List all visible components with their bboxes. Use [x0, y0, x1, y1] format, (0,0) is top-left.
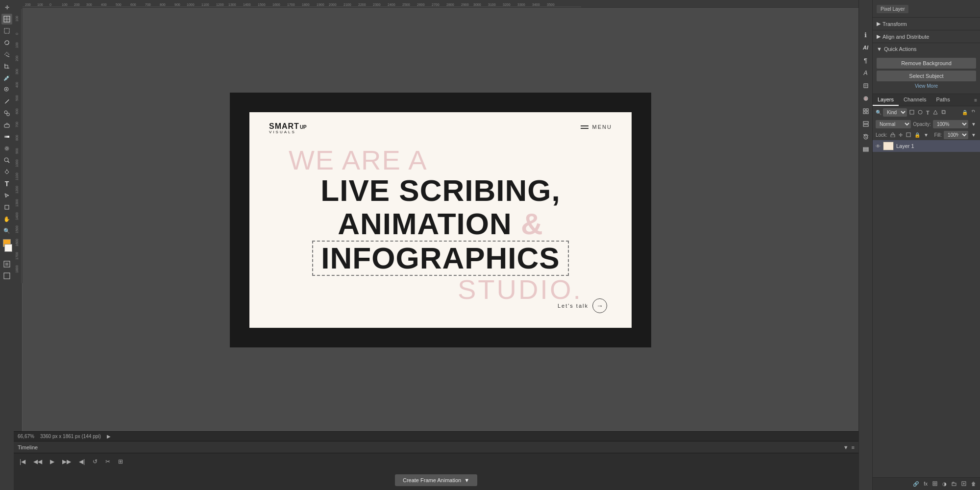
marquee-tool[interactable]: [1, 25, 12, 36]
info-icon[interactable]: ℹ: [860, 29, 871, 40]
view-more-link[interactable]: View More: [877, 83, 976, 89]
grid2-icon[interactable]: [860, 119, 871, 129]
hero-line2: LIVE SCRIBING,: [320, 174, 560, 207]
tab-channels[interactable]: Channels: [899, 94, 931, 106]
layers-lock-btn[interactable]: 🔒: [961, 109, 969, 116]
crop-tool[interactable]: [1, 61, 12, 72]
opacity-select[interactable]: 100%: [933, 120, 968, 128]
opacity-dropdown-btn[interactable]: ▼: [970, 121, 977, 127]
svg-text:1000: 1000: [15, 159, 19, 167]
add-mask-btn[interactable]: [931, 481, 938, 488]
add-style-btn[interactable]: fx: [923, 481, 929, 487]
smart-filter-btn[interactable]: [940, 109, 947, 116]
gradient-tool[interactable]: [1, 131, 12, 142]
ai-icon[interactable]: AI: [860, 42, 871, 53]
design-canvas: SMART UP VISUALS MENU: [249, 112, 632, 328]
tab-paths[interactable]: Paths: [931, 94, 955, 106]
svg-text:200: 200: [15, 55, 19, 61]
lock-position-btn[interactable]: ✛: [898, 132, 904, 139]
pixel-filter-btn[interactable]: [908, 109, 915, 116]
create-frame-btn[interactable]: Create Frame Animation ▼: [395, 474, 477, 486]
status-bar: 66,67% 3360 px x 1861 px (144 ppi) ▶: [14, 431, 858, 441]
new-layer-btn[interactable]: [960, 481, 967, 488]
timeline-convert-btn[interactable]: ⊞: [116, 457, 125, 466]
artboard-tool[interactable]: [1, 14, 12, 24]
screen-mode-btn[interactable]: [1, 270, 12, 281]
adjustment-filter-btn[interactable]: [917, 109, 924, 116]
character-icon[interactable]: A: [860, 68, 871, 78]
lets-talk: Let's talk →: [558, 298, 607, 313]
canvas-menu: MENU: [581, 124, 612, 130]
svg-text:2200: 2200: [358, 3, 366, 6]
layers-panel-menu-btn[interactable]: ≡: [971, 94, 980, 106]
delete-layer-btn[interactable]: 🗑: [970, 481, 977, 487]
timeline-start-btn[interactable]: |◀: [18, 457, 27, 466]
lasso-tool[interactable]: [1, 37, 12, 48]
shape-tool[interactable]: [1, 202, 12, 213]
align-label: Align and Distribute: [882, 34, 929, 40]
new-fill-btn[interactable]: ◑: [941, 481, 948, 487]
kind-select[interactable]: Kind: [883, 108, 907, 117]
lock-pixel-btn[interactable]: [889, 132, 896, 139]
timeline-play-btn[interactable]: ▶: [48, 457, 56, 466]
eraser-tool[interactable]: [1, 120, 12, 130]
timeline-end-btn[interactable]: ◀|: [77, 457, 87, 466]
timeline-loop-btn[interactable]: ↺: [91, 457, 99, 466]
tab-layers[interactable]: Layers: [873, 94, 899, 106]
transform-header[interactable]: ▶ Transform: [873, 18, 980, 30]
grid-icon[interactable]: [860, 106, 871, 117]
timeline-delete-btn[interactable]: ✂: [103, 457, 112, 466]
blend-mode-select[interactable]: Normal: [876, 120, 911, 128]
timeline-collapse-btn[interactable]: ▼: [843, 444, 849, 450]
lock-artboard-btn[interactable]: [905, 132, 912, 139]
timeline-prev-btn[interactable]: ◀◀: [31, 457, 44, 466]
canvas-area[interactable]: SMART UP VISUALS MENU: [23, 9, 858, 431]
path-selection-tool[interactable]: [1, 190, 12, 201]
svg-text:1200: 1200: [15, 186, 19, 194]
zoom-tool[interactable]: 🔍: [1, 225, 12, 236]
type-tool[interactable]: T: [1, 178, 12, 189]
select-subject-button[interactable]: Select Subject: [877, 71, 976, 81]
svg-text:500: 500: [116, 3, 122, 6]
svg-text:2300: 2300: [373, 3, 381, 6]
healing-tool[interactable]: [1, 84, 12, 95]
hand-tool[interactable]: ✋: [1, 214, 12, 224]
type-filter-btn[interactable]: T: [925, 109, 931, 116]
layers-link-btn[interactable]: [970, 109, 977, 116]
lock-all-btn[interactable]: 🔒: [913, 132, 921, 139]
eyedropper-tool[interactable]: 💉: [1, 73, 12, 83]
svg-text:900: 900: [15, 148, 19, 154]
blur-tool[interactable]: [1, 143, 12, 154]
paragraph-icon[interactable]: ¶: [860, 55, 871, 66]
color-icon[interactable]: [860, 93, 871, 104]
svg-rect-96: [863, 122, 868, 123]
fill-label: Fill:: [934, 132, 942, 138]
dodge-tool[interactable]: [1, 155, 12, 166]
svg-rect-3: [4, 28, 9, 33]
move-tool[interactable]: ✛: [1, 2, 12, 13]
lock-dropdown-btn[interactable]: ▼: [923, 132, 930, 139]
timeline-menu-btn[interactable]: ≡: [852, 444, 855, 450]
pen-tool[interactable]: [1, 167, 12, 177]
quick-actions-header[interactable]: ▼ Quick Actions: [873, 43, 980, 55]
horizontal-ruler: // Will be rendered inline 200 100 0 100…: [23, 0, 858, 9]
brush-tool[interactable]: [1, 96, 12, 107]
timeline-next-btn[interactable]: ▶▶: [60, 457, 73, 466]
clone-stamp-tool[interactable]: [1, 108, 12, 119]
layer-item-layer1[interactable]: 👁 Layer 1: [873, 140, 980, 152]
shape-filter-btn[interactable]: [932, 109, 939, 116]
new-group-btn[interactable]: [951, 481, 957, 488]
background-color[interactable]: [4, 244, 12, 252]
fill-dropdown-btn[interactable]: ▼: [970, 132, 977, 138]
svg-text:2100: 2100: [343, 3, 351, 6]
align-header[interactable]: ▶ Align and Distribute: [873, 30, 980, 43]
transform-icon[interactable]: [860, 80, 871, 91]
fill-select[interactable]: 100%: [944, 131, 968, 139]
layers-icon[interactable]: [860, 144, 871, 155]
history-icon[interactable]: [860, 131, 871, 142]
quick-mask-btn[interactable]: [1, 259, 12, 270]
layer-visibility-icon[interactable]: 👁: [876, 144, 881, 149]
link-layers-btn[interactable]: 🔗: [912, 481, 920, 487]
remove-bg-button[interactable]: Remove Background: [877, 58, 976, 69]
magic-wand-tool[interactable]: [1, 49, 12, 60]
